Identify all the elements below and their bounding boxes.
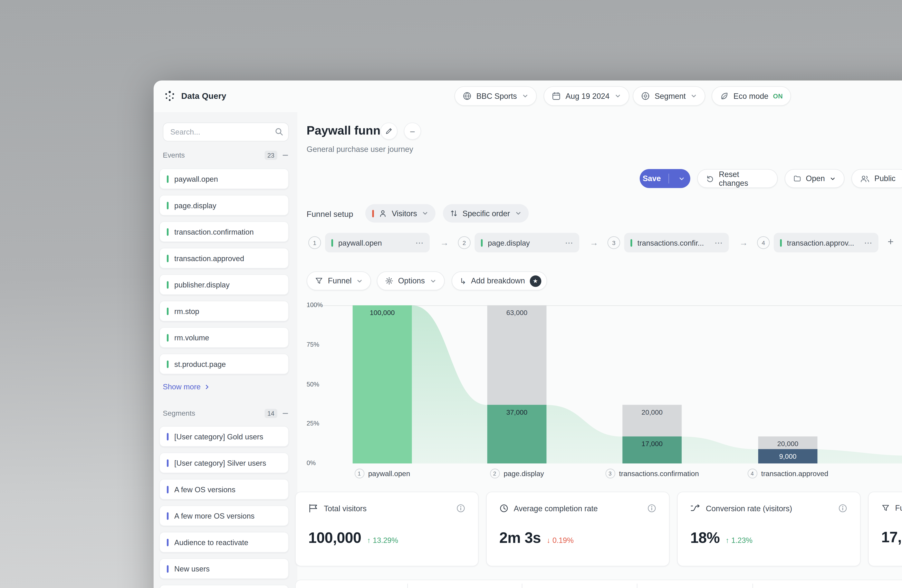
step-menu-icon[interactable]: ⋯ [565, 238, 573, 247]
step-menu-icon[interactable]: ⋯ [415, 238, 423, 247]
list-item-segment[interactable]: [User category] Silver users [159, 452, 289, 473]
funnel-step-chip[interactable]: transactions.confir... ⋯ [624, 233, 729, 253]
funnel-step-chip[interactable]: page.display ⋯ [474, 233, 579, 253]
show-more-link[interactable]: Show more [163, 382, 210, 391]
list-item-event[interactable]: transaction.confirmation [159, 221, 289, 242]
open-button[interactable]: Open [785, 169, 844, 188]
collapse-segments-icon[interactable] [282, 410, 289, 417]
add-step-icon[interactable]: + [888, 236, 894, 248]
folder-icon [793, 174, 801, 183]
segment-label: [User category] Gold users [174, 432, 263, 441]
leaf-icon [720, 91, 729, 101]
step-menu-icon[interactable]: ⋯ [714, 238, 722, 247]
chevron-down-icon [521, 92, 528, 99]
reset-changes-button[interactable]: Reset changes [697, 169, 778, 188]
up-arrow-icon: ↑ [367, 536, 371, 544]
column-divider [521, 584, 522, 588]
list-item-event[interactable]: paywall.open [159, 169, 289, 189]
add-breakdown-button[interactable]: ↳ Add breakdown ★ [452, 271, 547, 290]
order-label: Specific order [462, 209, 510, 217]
save-button[interactable]: Save [640, 169, 691, 188]
funnel-completed-bar[interactable]: 37,000 [487, 405, 547, 463]
funnel-dropped-bar[interactable]: 20,000 [758, 436, 817, 449]
gear-icon [385, 277, 393, 285]
search-input[interactable] [163, 122, 289, 141]
event-label: paywall.open [174, 175, 218, 183]
remove-button[interactable]: – [404, 122, 421, 140]
visitors-selector[interactable]: Visitors [365, 204, 435, 222]
list-item-event[interactable]: publisher.display [159, 274, 289, 295]
y-tick: 100% [307, 301, 321, 308]
funnel-dropped-bar[interactable]: 63,000 [487, 305, 547, 405]
public-button[interactable]: Public [851, 169, 902, 188]
step-name: transactions.confirmation [619, 469, 699, 477]
event-color-bar [167, 202, 169, 209]
eco-state-badge: ON [773, 92, 783, 99]
y-tick: 0% [307, 459, 321, 466]
list-item-segment[interactable] [159, 585, 289, 588]
dropped-count: 63,000 [506, 309, 528, 317]
site-selector[interactable]: BBC Sports [454, 86, 536, 106]
collapse-events-icon[interactable] [282, 152, 289, 159]
page-subtitle: General purchase user journey [307, 145, 413, 153]
list-item-event[interactable]: transaction.approved [159, 248, 289, 269]
search-field [163, 122, 289, 141]
stat-value: 2m 3s [500, 529, 541, 547]
edit-title-button[interactable] [381, 122, 398, 140]
chevron-down-icon [614, 92, 621, 99]
segment-color-bar [167, 433, 169, 440]
info-icon[interactable] [838, 504, 847, 513]
list-item-event[interactable]: rm.stop [159, 301, 289, 321]
list-item-event[interactable]: page.display [159, 195, 289, 216]
users-icon [860, 175, 870, 183]
list-item-segment[interactable]: A few OS versions [159, 479, 289, 500]
list-item-event[interactable]: st.product.page [159, 353, 289, 374]
completed-count: 37,000 [506, 408, 528, 416]
segment-icon [641, 91, 650, 101]
sort-icon [450, 209, 458, 217]
event-label: rm.volume [174, 333, 209, 342]
event-label: transaction.approved [174, 254, 244, 262]
list-item-segment[interactable]: Audience to reactivate [159, 532, 289, 552]
chart-type-selector[interactable]: Funnel [307, 271, 371, 290]
stat-title: Fu [895, 504, 902, 512]
sidebar: Events 23 paywall.open page.display tran… [153, 112, 298, 588]
desktop: Data Query BBC Sports Aug 19 2024 Segmen… [0, 0, 902, 588]
up-arrow-icon: ↑ [725, 536, 729, 544]
list-item-segment[interactable]: New users [159, 558, 289, 579]
list-item-event[interactable]: rm.volume [159, 327, 289, 348]
funnel-step-chip[interactable]: transaction.approv... ⋯ [774, 233, 879, 253]
funnel-completed-bar[interactable]: 9,000 [758, 449, 817, 463]
event-color-bar [167, 307, 169, 315]
funnel-completed-bar[interactable]: 100,000 [352, 305, 412, 463]
app-window: Data Query BBC Sports Aug 19 2024 Segmen… [153, 80, 902, 588]
segment-label: [User category] Silver users [174, 458, 266, 467]
public-label: Public [874, 174, 896, 183]
options-button[interactable]: Options [377, 271, 445, 290]
breakdown-arrow-icon: ↳ [460, 276, 466, 285]
funnel-completed-bar[interactable]: 17,000 [622, 436, 681, 463]
segment-selector[interactable]: Segment [633, 86, 705, 106]
funnel-dropped-bar[interactable]: 20,000 [622, 405, 681, 436]
date-picker[interactable]: Aug 19 2024 [543, 86, 629, 106]
conversion-icon [691, 504, 701, 512]
list-item-segment[interactable]: [User category] Gold users [159, 426, 289, 447]
funnel-step-chip[interactable]: paywall.open ⋯ [325, 233, 430, 253]
column-divider [407, 584, 408, 588]
order-selector[interactable]: Specific order [443, 204, 528, 222]
segment-color-bar [167, 485, 169, 493]
eco-label: Eco mode [733, 92, 769, 100]
step-number: 3 [608, 236, 620, 249]
chevron-down-icon [678, 175, 685, 182]
event-color-bar [780, 239, 782, 246]
segment-color-bar [167, 538, 169, 546]
info-icon[interactable] [647, 504, 656, 513]
eco-mode-toggle[interactable]: Eco mode ON [712, 86, 791, 106]
x-axis-step-label: 4 transaction.approved [747, 469, 828, 479]
site-label: BBC Sports [476, 92, 517, 100]
list-item-segment[interactable]: A few more OS versions [159, 505, 289, 526]
event-color-bar [331, 239, 333, 246]
x-axis-step-label: 3 transactions.confirmation [605, 469, 699, 479]
step-menu-icon[interactable]: ⋯ [864, 238, 872, 247]
info-icon[interactable] [456, 504, 465, 513]
